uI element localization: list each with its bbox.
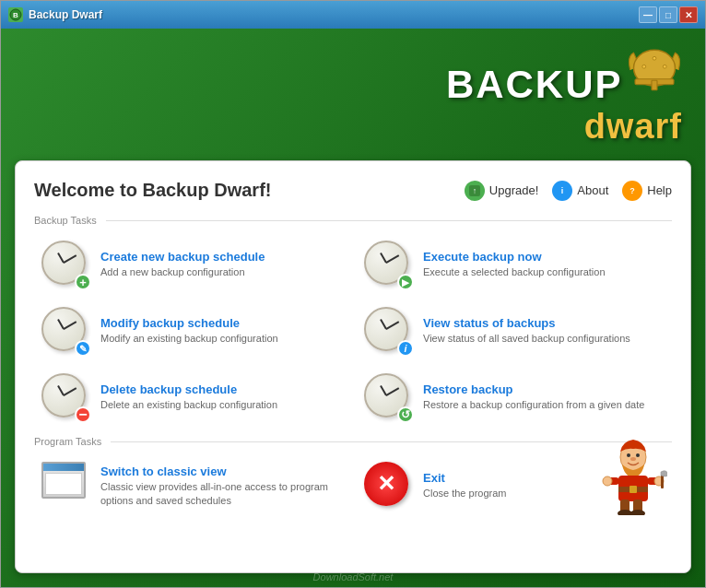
logo-area: BACKUP bbox=[15, 42, 691, 151]
task-icon-exit: ✕ bbox=[364, 462, 412, 510]
task-restore-backup[interactable]: ↺ Restore backup Restore a backup config… bbox=[357, 368, 672, 427]
svg-point-17 bbox=[630, 457, 636, 461]
task-desc-execute: Execute a selected backup configuration bbox=[423, 265, 665, 278]
task-title-execute: Execute backup now bbox=[423, 250, 665, 264]
task-title-create: Create new backup schedule bbox=[100, 250, 342, 264]
clock-hand-m-5 bbox=[64, 387, 77, 395]
dwarf-svg bbox=[598, 437, 667, 515]
panel-header: Welcome to Backup Dwarf! ↑ Upgrade! bbox=[34, 180, 672, 201]
task-create-backup[interactable]: + Create new backup schedule Add a new b… bbox=[34, 235, 349, 294]
divider-line-2 bbox=[111, 441, 672, 442]
task-desc-modify: Modify an existing backup configuration bbox=[100, 332, 342, 345]
task-icon-classic bbox=[41, 462, 89, 510]
task-desc-delete: Delete an existing backup configuration bbox=[100, 398, 342, 411]
classic-view-icon bbox=[41, 462, 86, 499]
watermark: DownloadSoft.net bbox=[313, 571, 394, 582]
classic-content bbox=[45, 473, 82, 495]
help-label: Help bbox=[647, 183, 672, 197]
window-controls: — □ ✕ bbox=[639, 6, 698, 23]
svg-point-7 bbox=[653, 56, 656, 60]
content-panel: Welcome to Backup Dwarf! ↑ Upgrade! bbox=[15, 160, 691, 573]
task-delete-backup[interactable]: − Delete backup schedule Delete an exist… bbox=[34, 368, 349, 427]
app-icon: B bbox=[8, 7, 23, 22]
title-bar: B Backup Dwarf — □ ✕ bbox=[1, 1, 705, 29]
badge-delete: − bbox=[75, 406, 91, 423]
upgrade-label: Upgrade! bbox=[489, 183, 538, 197]
about-button[interactable]: i About bbox=[552, 181, 608, 201]
main-area: BACKUP bbox=[1, 29, 705, 587]
about-label: About bbox=[577, 183, 608, 197]
badge-restore: ↺ bbox=[397, 406, 414, 423]
svg-text:?: ? bbox=[630, 186, 636, 195]
svg-point-23 bbox=[618, 510, 632, 515]
maximize-button[interactable]: □ bbox=[659, 6, 677, 23]
program-tasks-label: Program Tasks bbox=[34, 436, 101, 447]
svg-point-24 bbox=[630, 510, 645, 515]
main-window: B Backup Dwarf — □ ✕ BACKUP bbox=[0, 0, 706, 588]
task-text-create: Create new backup schedule Add a new bac… bbox=[100, 250, 342, 278]
logo-text-block: BACKUP bbox=[446, 42, 682, 147]
logo-dwarf: dwarf bbox=[446, 107, 682, 147]
clock-hand-m bbox=[64, 254, 77, 263]
clock-hand-m-6 bbox=[386, 387, 400, 395]
badge-create: + bbox=[75, 274, 91, 290]
task-modify-backup[interactable]: ✎ Modify backup schedule Modify an exist… bbox=[34, 301, 349, 360]
task-view-status[interactable]: i View status of backups View status of … bbox=[357, 301, 672, 360]
logo-container: BACKUP bbox=[446, 42, 682, 147]
badge-view: i bbox=[397, 340, 414, 357]
task-icon-modify: ✎ bbox=[41, 307, 89, 355]
task-text-execute: Execute backup now Execute a selected ba… bbox=[423, 250, 665, 278]
svg-rect-20 bbox=[630, 486, 637, 493]
minimize-button[interactable]: — bbox=[639, 6, 657, 23]
task-desc-classic: Classic view provides all-in-one access … bbox=[100, 480, 342, 507]
backup-tasks-label: Backup Tasks bbox=[34, 215, 97, 226]
classic-titlebar bbox=[43, 464, 84, 471]
close-button[interactable]: ✕ bbox=[679, 6, 698, 23]
logo-backup: BACKUP bbox=[446, 63, 623, 107]
task-desc-restore: Restore a backup configuration from a gi… bbox=[423, 398, 665, 411]
task-title-delete: Delete backup schedule bbox=[100, 382, 342, 396]
task-icon-execute: ▶ bbox=[364, 241, 412, 288]
viking-helmet-icon bbox=[627, 42, 682, 98]
task-text-modify: Modify backup schedule Modify an existin… bbox=[100, 316, 342, 345]
task-text-restore: Restore backup Restore a backup configur… bbox=[423, 382, 665, 411]
svg-point-5 bbox=[642, 65, 646, 68]
svg-point-27 bbox=[603, 476, 612, 486]
task-icon-create: + bbox=[41, 241, 89, 288]
exit-icon: ✕ bbox=[364, 462, 408, 506]
task-title-modify: Modify backup schedule bbox=[100, 316, 342, 330]
program-tasks-grid: Switch to classic view Classic view prov… bbox=[34, 456, 672, 515]
badge-execute: ▶ bbox=[397, 274, 414, 290]
task-desc-create: Add a new backup configuration bbox=[100, 265, 342, 278]
badge-modify: ✎ bbox=[75, 340, 91, 357]
program-tasks-divider: Program Tasks bbox=[34, 436, 672, 447]
svg-point-6 bbox=[663, 65, 666, 68]
svg-point-16 bbox=[636, 453, 640, 457]
welcome-title: Welcome to Backup Dwarf! bbox=[34, 180, 446, 201]
svg-rect-4 bbox=[652, 80, 657, 90]
about-icon: i bbox=[552, 181, 572, 201]
task-icon-delete: − bbox=[41, 373, 89, 421]
svg-text:i: i bbox=[561, 186, 564, 195]
upgrade-icon: ↑ bbox=[465, 181, 485, 201]
task-icon-view: i bbox=[364, 307, 412, 355]
divider-line-1 bbox=[106, 220, 672, 221]
header-actions: ↑ Upgrade! i About bbox=[465, 181, 672, 201]
task-execute-backup[interactable]: ▶ Execute backup now Execute a selected … bbox=[357, 235, 672, 294]
task-text-classic: Switch to classic view Classic view prov… bbox=[100, 465, 342, 507]
task-desc-view: View status of all saved backup configur… bbox=[423, 332, 665, 345]
task-text-delete: Delete backup schedule Delete an existin… bbox=[100, 382, 342, 411]
task-icon-restore: ↺ bbox=[364, 373, 412, 421]
dwarf-character bbox=[598, 437, 667, 515]
task-title-view: View status of backups bbox=[423, 316, 665, 330]
task-classic-view[interactable]: Switch to classic view Classic view prov… bbox=[34, 456, 349, 515]
backup-tasks-grid: + Create new backup schedule Add a new b… bbox=[34, 235, 672, 427]
clock-hand-m-2 bbox=[386, 254, 400, 263]
help-button[interactable]: ? Help bbox=[622, 181, 672, 201]
task-title-classic: Switch to classic view bbox=[100, 465, 342, 478]
svg-text:B: B bbox=[13, 11, 18, 19]
task-title-restore: Restore backup bbox=[423, 382, 665, 396]
task-text-view: View status of backups View status of al… bbox=[423, 316, 665, 345]
window-title: Backup Dwarf bbox=[29, 8, 633, 21]
upgrade-button[interactable]: ↑ Upgrade! bbox=[465, 181, 538, 201]
